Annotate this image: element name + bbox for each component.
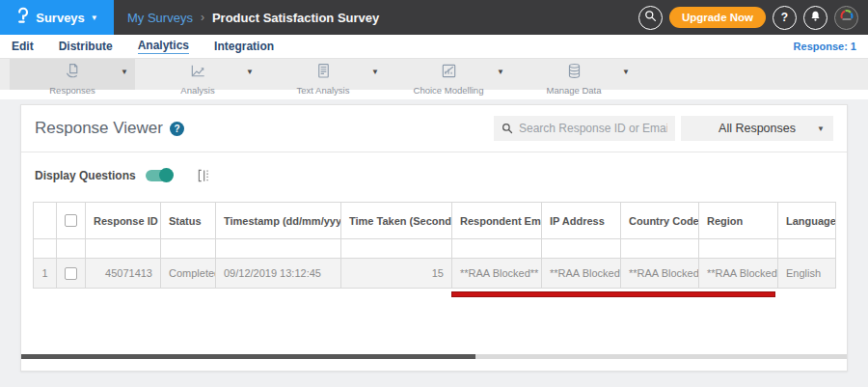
chevron-down-icon: ▼	[817, 124, 825, 133]
card-header: Response Viewer ? All Responses ▼	[21, 105, 847, 152]
analytics-toolbar: Responses ▼ Analysis ▼ Text Analysis ▼ C…	[0, 58, 868, 90]
toolbar-item-analysis[interactable]: Analysis ▼	[135, 59, 260, 90]
column-header-language: Language	[778, 203, 836, 239]
chevron-down-icon[interactable]: ▼	[246, 68, 254, 76]
page-title: Response Viewer	[35, 119, 163, 138]
select-all-cell	[57, 203, 86, 239]
notifications-button[interactable]	[803, 6, 827, 30]
breadcrumb: My Surveys › Product Satisfaction Survey	[127, 11, 379, 25]
tab-distribute[interactable]: Distribute	[59, 40, 113, 53]
table-row: 1 45071413 Completed 09/12/2019 13:12:45…	[34, 259, 836, 289]
toolbar-item-choice-modelling[interactable]: Choice Modelling ▼	[386, 59, 511, 90]
annotation-red-bar	[451, 291, 775, 297]
display-questions-toggle[interactable]	[146, 170, 172, 181]
page-background: Response Viewer ? All Responses ▼ Displa…	[0, 99, 868, 387]
manage-data-icon	[565, 62, 583, 84]
column-label: Country Code	[629, 215, 699, 227]
search-icon	[502, 123, 513, 134]
display-questions-label: Display Questions	[35, 169, 136, 182]
choice-modelling-icon	[440, 62, 458, 84]
search-button[interactable]	[638, 6, 663, 30]
help-button[interactable]: ?	[773, 6, 797, 30]
response-id-link[interactable]: 45071413	[86, 259, 161, 289]
toolbar-label-choice-modelling: Choice Modelling	[414, 85, 484, 96]
questionpro-logo-icon	[15, 7, 30, 28]
toolbar-item-text-analysis[interactable]: Text Analysis ▼	[260, 59, 386, 90]
chevron-down-icon[interactable]: ▼	[497, 68, 504, 76]
column-label: Language	[786, 215, 836, 227]
filter-cell[interactable]	[452, 239, 542, 259]
scrollbar-thumb[interactable]	[21, 354, 475, 359]
app-window: Surveys ▼ My Surveys › Product Satisfact…	[0, 0, 868, 387]
row-checkbox[interactable]	[65, 267, 77, 280]
table-controls: Display Questions	[21, 152, 847, 202]
column-header-response-id[interactable]: Response ID▼	[86, 203, 161, 239]
toggle-knob	[159, 168, 174, 182]
filter-cell[interactable]	[621, 239, 699, 259]
top-bar: Surveys ▼ My Surveys › Product Satisfact…	[0, 0, 868, 35]
column-label: Response ID	[94, 215, 158, 227]
column-header-ip-address: IP Address	[542, 203, 621, 239]
breadcrumb-current-survey: Product Satisfaction Survey	[212, 11, 379, 25]
chevron-down-icon[interactable]: ▼	[121, 68, 128, 76]
country-code-cell: **RAA Blocked**	[621, 259, 699, 289]
header-row: Response ID▼ Status Timestamp (dd/mm/yyy…	[34, 203, 836, 239]
freeze-columns-icon[interactable]	[197, 168, 211, 187]
column-label: Region	[707, 215, 743, 227]
filter-cell[interactable]	[699, 239, 778, 259]
responses-filter-dropdown[interactable]: All Responses ▼	[681, 116, 833, 141]
bell-icon	[809, 10, 822, 25]
timestamp-cell: 09/12/2019 13:12:45	[216, 259, 341, 289]
tab-integration[interactable]: Integration	[214, 40, 274, 53]
product-label: Surveys	[36, 11, 85, 25]
question-mark-icon: ?	[781, 11, 788, 24]
toolbar-label-responses: Responses	[49, 85, 95, 96]
upgrade-now-button[interactable]: Upgrade Now	[669, 7, 766, 28]
toolbar-item-responses[interactable]: Responses ▼	[10, 59, 135, 90]
chevron-down-icon[interactable]: ▼	[622, 68, 630, 76]
time-taken-cell: 15	[341, 259, 452, 289]
filter-cell[interactable]	[86, 239, 161, 259]
breadcrumb-my-surveys[interactable]: My Surveys	[127, 11, 193, 25]
select-all-checkbox[interactable]	[65, 214, 77, 227]
filter-cell[interactable]	[542, 239, 621, 259]
region-cell: **RAA Blocked**	[699, 259, 778, 289]
response-viewer-card: Response Viewer ? All Responses ▼ Displa…	[20, 104, 848, 372]
column-header-region: Region	[699, 203, 778, 239]
column-label: Time Taken (Seconds)	[349, 215, 452, 227]
tab-edit[interactable]: Edit	[12, 40, 34, 53]
tab-analytics[interactable]: Analytics	[138, 39, 189, 54]
response-search-box	[494, 116, 675, 141]
column-header-time-taken[interactable]: Time Taken (Seconds)⇅	[341, 203, 452, 239]
filter-cell[interactable]	[778, 239, 836, 259]
chevron-down-icon: ▼	[91, 14, 98, 22]
filter-cell[interactable]	[161, 239, 216, 259]
avatar-logo-icon	[839, 8, 854, 27]
horizontal-scrollbar[interactable]	[21, 354, 847, 359]
column-header-country-code: Country Code	[621, 203, 699, 239]
filter-cell[interactable]	[216, 239, 341, 259]
status-cell: Completed	[161, 259, 216, 289]
tab-bar: Edit Distribute Analytics Integration Re…	[0, 35, 868, 58]
search-input[interactable]	[519, 122, 667, 135]
filter-cell[interactable]	[341, 239, 452, 259]
search-icon	[644, 10, 657, 25]
column-label: IP Address	[550, 215, 605, 227]
viewer-help-icon[interactable]: ?	[170, 122, 184, 136]
chevron-down-icon[interactable]: ▼	[371, 68, 379, 76]
respondent-email-cell: **RAA Blocked**	[452, 259, 542, 289]
toolbar-item-manage-data[interactable]: Manage Data ▼	[511, 59, 637, 90]
response-count-label: Response: 1	[794, 41, 856, 52]
column-header-respondent-email: Respondent Email	[452, 203, 542, 239]
responses-filter-value: All Responses	[719, 122, 796, 135]
toolbar-label-manage-data: Manage Data	[546, 85, 601, 96]
column-header-timestamp[interactable]: Timestamp (dd/mm/yyyy)⇅	[216, 203, 341, 239]
ip-address-cell: **RAA Blocked**	[542, 259, 621, 289]
column-label: Respondent Email	[460, 215, 542, 227]
topbar-actions: Upgrade Now ?	[638, 6, 868, 30]
column-header-status: Status	[161, 203, 216, 239]
surveys-product-menu[interactable]: Surveys ▼	[0, 0, 114, 35]
user-avatar[interactable]	[834, 6, 858, 30]
analysis-icon	[189, 62, 207, 84]
filter-row	[34, 239, 836, 259]
